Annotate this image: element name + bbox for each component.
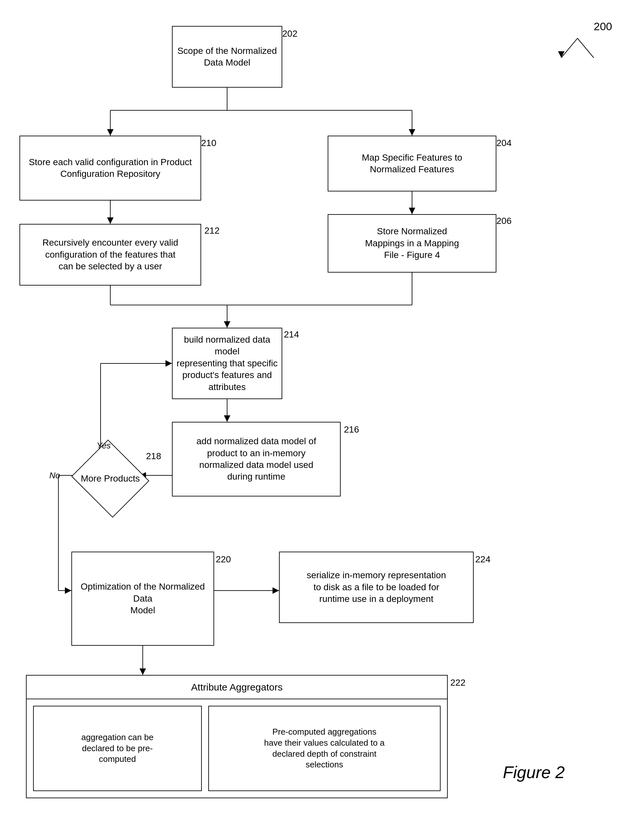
node-222-outer: Attribute Aggregators aggregation can be…	[26, 675, 448, 798]
svg-marker-17	[224, 321, 230, 328]
node-204: Map Specific Features to Normalized Feat…	[328, 136, 496, 192]
node-202: Scope of the Normalized Data Model	[172, 26, 282, 87]
ref-204: 204	[496, 138, 512, 148]
node-216: add normalized data model of product to …	[172, 422, 340, 497]
ref-222: 222	[450, 678, 466, 688]
node-210: Store each valid configuration in Produc…	[20, 136, 201, 201]
node-222a: aggregation can be declared to be pre- c…	[33, 706, 202, 791]
svg-marker-19	[224, 415, 230, 422]
ref-218: 218	[146, 451, 161, 462]
svg-marker-3	[107, 129, 113, 136]
ref-220: 220	[216, 554, 231, 564]
node-220: Optimization of the Normalized Data Mode…	[71, 552, 214, 646]
node-222b: Pre-computed aggregations have their val…	[208, 706, 440, 791]
node-218: More Products	[78, 449, 143, 508]
node-214: build normalized data model representing…	[172, 328, 282, 399]
svg-marker-11	[409, 208, 415, 214]
node-222-title: Attribute Aggregators	[27, 676, 447, 699]
ref-202: 202	[282, 29, 297, 39]
node-212: Recursively encounter every valid config…	[20, 224, 201, 285]
figure-label: Figure 2	[503, 762, 565, 782]
svg-marker-32	[140, 669, 146, 675]
ref-210: 210	[201, 138, 216, 148]
svg-marker-24	[166, 360, 172, 367]
no-label: No	[49, 471, 60, 480]
node-224: serialize in-memory representation to di…	[279, 552, 474, 623]
ref-200: 200	[594, 20, 612, 33]
svg-marker-28	[65, 587, 71, 594]
svg-marker-7	[409, 129, 415, 136]
ref-224: 224	[475, 554, 491, 564]
svg-line-34	[578, 38, 594, 58]
svg-marker-35	[558, 51, 564, 58]
ref-216: 216	[344, 425, 359, 435]
ref-206: 206	[496, 216, 512, 226]
ref-214: 214	[284, 329, 299, 340]
node-206: Store Normalized Mappings in a Mapping F…	[328, 214, 496, 273]
ref-212: 212	[204, 225, 220, 236]
svg-marker-9	[107, 218, 113, 224]
svg-line-33	[561, 38, 578, 58]
yes-label: Yes	[97, 441, 110, 451]
diagram-container: Scope of the Normalized Data Model 202 2…	[0, 0, 644, 819]
svg-marker-30	[273, 587, 279, 594]
